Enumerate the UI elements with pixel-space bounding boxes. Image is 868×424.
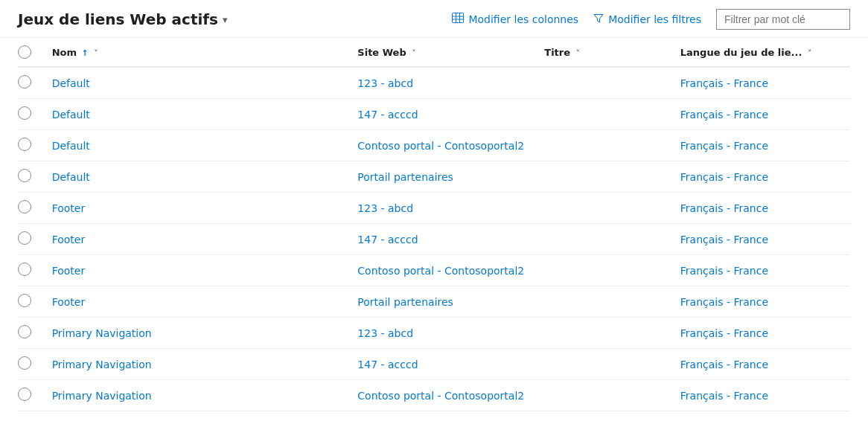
- titre-column-header[interactable]: Titre ˅: [544, 38, 680, 67]
- table-container: Nom ↑ ˅ Site Web ˅ Titre ˅ Langue du jeu…: [0, 38, 868, 411]
- row-checkbox[interactable]: [18, 294, 31, 307]
- site-link[interactable]: Contoso portal - Contosoportal2: [357, 265, 524, 277]
- modify-filters-button[interactable]: Modifier les filtres: [593, 13, 701, 25]
- nom-link[interactable]: Default: [52, 109, 90, 121]
- table-row: Default123 - abcdFrançais - France: [18, 67, 850, 99]
- site-link[interactable]: 147 - acccd: [357, 359, 418, 370]
- nom-link[interactable]: Primary Navigation: [52, 359, 152, 370]
- site-link[interactable]: 123 - abcd: [357, 77, 413, 89]
- nom-dropdown-icon: ˅: [94, 48, 98, 58]
- site-column-header[interactable]: Site Web ˅: [357, 38, 544, 67]
- langue-dropdown-icon: ˅: [808, 48, 812, 58]
- header-actions: Modifier les colonnes Modifier les filtr…: [452, 9, 850, 30]
- table-row: FooterPortail partenairesFrançais - Fran…: [18, 286, 850, 318]
- langue-link[interactable]: Français - France: [680, 359, 768, 370]
- row-checkbox[interactable]: [18, 263, 31, 276]
- titre-cell: [544, 130, 680, 161]
- nom-link[interactable]: Footer: [52, 202, 86, 214]
- table-row: DefaultPortail partenairesFrançais - Fra…: [18, 161, 850, 193]
- row-checkbox[interactable]: [18, 325, 31, 338]
- table-row: Footer123 - abcdFrançais - France: [18, 193, 850, 224]
- site-link[interactable]: Contoso portal - Contosoportal2: [357, 390, 524, 402]
- nom-link[interactable]: Footer: [52, 234, 86, 245]
- titre-cell: [544, 67, 680, 99]
- langue-link[interactable]: Français - France: [680, 327, 768, 339]
- filter-icon: [593, 13, 604, 25]
- site-column-label: Site Web: [357, 47, 406, 58]
- titre-column-label: Titre: [544, 47, 570, 58]
- titre-cell: [544, 318, 680, 349]
- title-chevron-icon[interactable]: ▾: [223, 14, 228, 25]
- nom-column-label: Nom: [52, 47, 77, 58]
- table-row: FooterContoso portal - Contosoportal2Fra…: [18, 255, 850, 286]
- title-area: Jeux de liens Web actifs ▾: [18, 10, 227, 28]
- langue-link[interactable]: Français - France: [680, 171, 768, 183]
- nom-link[interactable]: Default: [52, 140, 90, 152]
- nom-sort-icon: ↑: [82, 48, 89, 58]
- nom-link[interactable]: Footer: [52, 265, 86, 277]
- weblink-table: Nom ↑ ˅ Site Web ˅ Titre ˅ Langue du jeu…: [18, 38, 850, 411]
- titre-cell: [544, 255, 680, 286]
- titre-cell: [544, 193, 680, 224]
- site-link[interactable]: Portail partenaires: [357, 296, 453, 308]
- nom-link[interactable]: Primary Navigation: [52, 327, 152, 339]
- row-checkbox[interactable]: [18, 388, 31, 401]
- langue-link[interactable]: Français - France: [680, 140, 768, 152]
- langue-link[interactable]: Français - France: [680, 265, 768, 277]
- langue-link[interactable]: Français - France: [680, 109, 768, 121]
- titre-cell: [544, 224, 680, 255]
- table-row: Primary Navigation147 - acccdFrançais - …: [18, 349, 850, 380]
- titre-cell: [544, 380, 680, 411]
- page-header: Jeux de liens Web actifs ▾ Modifier les …: [0, 0, 868, 38]
- site-link[interactable]: 123 - abcd: [357, 202, 413, 214]
- row-checkbox[interactable]: [18, 231, 31, 245]
- row-checkbox[interactable]: [18, 138, 31, 151]
- site-dropdown-icon: ˅: [412, 48, 416, 58]
- svg-rect-0: [453, 13, 464, 23]
- titre-cell: [544, 161, 680, 193]
- table-row: Default147 - acccdFrançais - France: [18, 99, 850, 130]
- langue-column-header[interactable]: Langue du jeu de lie... ˅: [680, 38, 850, 67]
- langue-column-label: Langue du jeu de lie...: [680, 47, 802, 58]
- titre-dropdown-icon: ˅: [576, 48, 581, 58]
- table-row: Primary NavigationContoso portal - Conto…: [18, 380, 850, 411]
- modify-filters-label: Modifier les filtres: [608, 13, 701, 25]
- nom-column-header[interactable]: Nom ↑ ˅: [52, 38, 358, 67]
- keyword-filter-input[interactable]: [716, 9, 850, 30]
- modify-columns-label: Modifier les colonnes: [468, 13, 578, 25]
- langue-link[interactable]: Français - France: [680, 77, 768, 89]
- nom-link[interactable]: Default: [52, 171, 90, 183]
- page-title: Jeux de liens Web actifs: [18, 10, 218, 28]
- row-checkbox[interactable]: [18, 75, 31, 89]
- site-link[interactable]: Portail partenaires: [357, 171, 453, 183]
- langue-link[interactable]: Français - France: [680, 202, 768, 214]
- site-link[interactable]: 147 - acccd: [357, 234, 418, 245]
- langue-link[interactable]: Français - France: [680, 390, 768, 402]
- row-checkbox[interactable]: [18, 200, 31, 213]
- table-row: Primary Navigation123 - abcdFrançais - F…: [18, 318, 850, 349]
- row-checkbox[interactable]: [18, 169, 31, 182]
- nom-link[interactable]: Primary Navigation: [52, 390, 152, 402]
- columns-icon: [452, 13, 464, 26]
- site-link[interactable]: 123 - abcd: [357, 327, 413, 339]
- site-link[interactable]: 147 - acccd: [357, 109, 418, 121]
- titre-cell: [544, 99, 680, 130]
- nom-link[interactable]: Default: [52, 77, 90, 89]
- site-link[interactable]: Contoso portal - Contosoportal2: [357, 140, 524, 152]
- langue-link[interactable]: Français - France: [680, 296, 768, 308]
- row-checkbox[interactable]: [18, 106, 31, 120]
- row-checkbox[interactable]: [18, 356, 31, 370]
- table-row: Footer147 - acccdFrançais - France: [18, 224, 850, 255]
- titre-cell: [544, 286, 680, 318]
- langue-link[interactable]: Français - France: [680, 234, 768, 245]
- checkbox-column-header: [18, 38, 52, 67]
- nom-link[interactable]: Footer: [52, 296, 86, 308]
- select-all-checkbox[interactable]: [18, 45, 31, 59]
- table-header: Nom ↑ ˅ Site Web ˅ Titre ˅ Langue du jeu…: [18, 38, 850, 67]
- table-row: DefaultContoso portal - Contosoportal2Fr…: [18, 130, 850, 161]
- table-body: Default123 - abcdFrançais - FranceDefaul…: [18, 67, 850, 411]
- titre-cell: [544, 349, 680, 380]
- modify-columns-button[interactable]: Modifier les colonnes: [452, 13, 578, 26]
